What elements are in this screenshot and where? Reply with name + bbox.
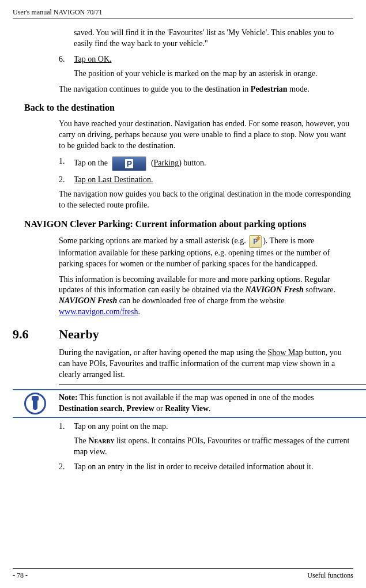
section-heading-row: 9.6 Nearby: [13, 327, 353, 342]
section-title: Nearby: [59, 327, 353, 342]
note-text: Note: This function is not available if …: [59, 393, 353, 414]
text: This function is not available if the ma…: [78, 393, 314, 402]
mode: Preview: [127, 404, 154, 413]
content-area-back: You have reached your destination. Navig…: [59, 119, 353, 210]
step-number: 2.: [59, 175, 74, 186]
mode: Destination search: [59, 404, 123, 413]
step-number: 2.: [59, 462, 74, 473]
heading-back: Back to the destination: [24, 103, 353, 113]
text: or: [154, 404, 165, 413]
paragraph-nearby-list: The Nearby list opens. It contains POIs,…: [74, 436, 353, 458]
content-area: saved. You will find it in the 'Favourit…: [59, 28, 353, 95]
paragraph-nav-continues: The navigation continues to guide you to…: [59, 84, 353, 95]
step-number: 1.: [59, 156, 74, 171]
page-number: - 78 -: [13, 571, 28, 580]
note-row: Note: This function is not available if …: [24, 390, 353, 417]
show-map-link[interactable]: Show Map: [267, 348, 303, 357]
content-area-nearby: During the navigation, or after having o…: [59, 348, 353, 380]
text: .: [138, 307, 141, 316]
step-text: Tap on an entry in the list in order to …: [74, 462, 353, 473]
text: .: [209, 404, 211, 413]
back-step-1: 1. Tap on the P (Parking) button.: [59, 156, 353, 171]
paragraph-position: The position of your vehicle is marked o…: [74, 69, 353, 80]
text: During the navigation, or after having o…: [59, 348, 267, 357]
parking-asterisk-icon: P✱: [249, 235, 262, 248]
paragraph-back-outro: The navigation now guides you back to th…: [59, 189, 353, 211]
fresh-link[interactable]: www.navigon.com/fresh: [59, 307, 138, 316]
step-number: 6.: [59, 54, 74, 65]
mode-bold: Pedestrian: [251, 85, 288, 93]
text: The: [74, 436, 88, 445]
content-area-clever: Some parking options are marked by a sma…: [59, 235, 353, 318]
text: can be downloaded free of charge from th…: [117, 296, 284, 305]
paragraph-saved: saved. You will find it in the 'Favourit…: [74, 28, 353, 50]
step-6: 6. Tap on OK.: [59, 54, 353, 65]
heading-back-wrap: Back to the destination: [24, 103, 353, 113]
heading-clever-wrap: NAVIGON Clever Parking: Current informat…: [24, 219, 353, 229]
parking-button-icon[interactable]: P: [112, 156, 146, 171]
text: ,: [123, 404, 127, 413]
page-header: User's manual NAVIGON 70/71: [13, 8, 353, 18]
heading-clever-parking: NAVIGON Clever Parking: Current informat…: [24, 219, 353, 229]
note-icon: [24, 393, 46, 414]
footer-section: Useful functions: [307, 571, 353, 580]
manual-title: User's manual NAVIGON 70/71: [13, 8, 103, 16]
step-text[interactable]: Tap on OK.: [74, 54, 353, 65]
paragraph-back-intro: You have reached your destination. Navig…: [59, 119, 353, 152]
step-text[interactable]: Tap on Last Destination.: [74, 175, 353, 186]
content-area-nearby-steps: 1. Tap on any point on the map. The Near…: [59, 421, 353, 473]
section-rule: [59, 384, 366, 385]
step-number: 1.: [59, 421, 74, 432]
nearby-sc: Nearby: [88, 436, 114, 445]
paragraph-clever-1: Some parking options are marked by a sma…: [59, 235, 353, 270]
text: Tap on the: [74, 159, 110, 167]
page-footer: - 78 - Useful functions: [13, 568, 353, 580]
nearby-step-1: 1. Tap on any point on the map.: [59, 421, 353, 432]
paragraph-nearby-intro: During the navigation, or after having o…: [59, 348, 353, 380]
text: software.: [304, 285, 335, 294]
navigon-fresh: NAVIGON Fresh: [245, 285, 303, 294]
mode: Reality View: [165, 404, 209, 413]
note-bottom-rule: [13, 417, 366, 418]
text: ) button.: [179, 159, 206, 167]
text: mode.: [288, 85, 310, 93]
back-step-2: 2. Tap on Last Destination.: [59, 175, 353, 186]
step-text: Tap on the P (Parking) button.: [74, 156, 353, 171]
text: The navigation continues to guide you to…: [59, 85, 251, 93]
step-text: Tap on any point on the map.: [74, 421, 353, 432]
nearby-step-2: 2. Tap on an entry in the list in order …: [59, 462, 353, 473]
note-bold: Note:: [59, 393, 78, 402]
text: list opens. It contains POIs, Favourites…: [74, 436, 349, 456]
paragraph-clever-2: This information is becoming available f…: [59, 274, 353, 318]
text: Some parking options are marked by a sma…: [59, 236, 248, 245]
section-number: 9.6: [13, 327, 59, 342]
navigon-fresh: NAVIGON Fresh: [59, 296, 117, 305]
parking-link[interactable]: Parking: [154, 159, 179, 167]
